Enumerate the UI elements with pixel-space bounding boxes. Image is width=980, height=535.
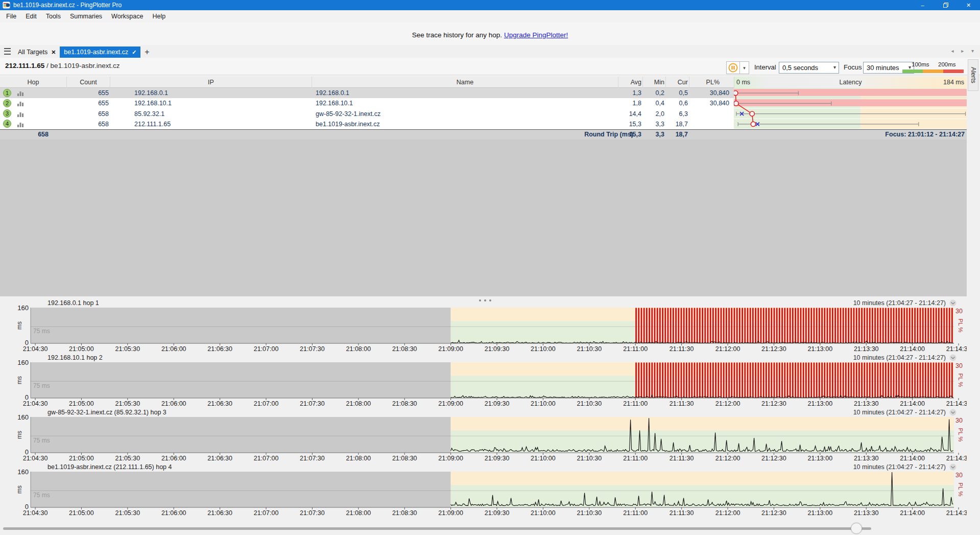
graph-title: be1.1019-asbr.inext.cz (212.111.1.65) ho… xyxy=(47,463,172,471)
time-scrollbar-track[interactable] xyxy=(3,527,871,530)
latency-title: Latency xyxy=(734,77,967,88)
timeline-graph-hop-3[interactable]: 75 ms21:04:3021:05:0021:05:3021:06:0021:… xyxy=(0,409,967,463)
x-tick-label: 21:13:30 xyxy=(854,400,879,407)
x-tick-label: 21:11:00 xyxy=(623,455,648,462)
avg-latency-marker xyxy=(750,111,754,116)
focus-label: Focus xyxy=(844,63,862,71)
y-min-label: 0 xyxy=(25,503,29,510)
minimize-icon: – xyxy=(921,2,924,8)
col-header-name[interactable]: Name xyxy=(312,77,618,88)
x-tick-label: 21:14:00 xyxy=(900,400,925,407)
graph-title: 192.168.10.1 hop 2 xyxy=(47,354,103,361)
x-tick-label: 21:11:00 xyxy=(623,345,648,353)
hamburger-icon[interactable] xyxy=(4,48,11,55)
tab-all-targets[interactable]: All Targets ✕ xyxy=(14,46,60,58)
add-tab-button[interactable]: + xyxy=(140,48,153,58)
pause-options-button[interactable]: ▾ xyxy=(739,61,749,74)
latency-max-label: 184 ms xyxy=(943,77,964,88)
hop-graph-icon[interactable] xyxy=(17,111,25,117)
graph-collapse-chevron-icon[interactable] xyxy=(950,355,957,361)
menu-summaries[interactable]: Summaries xyxy=(65,10,107,22)
x-tick-label: 21:14:00 xyxy=(900,509,925,517)
cell-count: 655 xyxy=(66,88,109,98)
x-tick-label: 21:13:00 xyxy=(808,400,833,407)
x-tick-label: 21:05:00 xyxy=(69,345,94,353)
close-button[interactable]: ✕ xyxy=(957,0,980,10)
x-tick-label: 21:10:00 xyxy=(531,400,556,407)
interval-select[interactable]: 0,5 seconds ▾ xyxy=(779,62,839,74)
x-tick-label: 21:11:00 xyxy=(623,509,648,517)
hop-graph-icon[interactable] xyxy=(17,121,25,127)
upgrade-link[interactable]: Upgrade PingPlotter! xyxy=(504,31,568,39)
menu-help[interactable]: Help xyxy=(148,10,170,22)
tab-active-target[interactable]: be1.1019-asbr.inext.cz ✓ xyxy=(60,46,140,58)
graph-collapse-chevron-icon[interactable] xyxy=(950,300,957,307)
graph-range-label: 10 minutes (21:04:27 - 21:14:27) xyxy=(853,354,946,361)
col-header-pl[interactable]: PL% xyxy=(689,77,720,88)
latency-legend-red xyxy=(943,69,964,73)
timeline-graph-hop-1[interactable]: 75 ms21:04:3021:05:0021:05:3021:06:0021:… xyxy=(0,299,967,354)
target-sep: / xyxy=(44,62,50,69)
alerts-side-tab[interactable]: Alerts xyxy=(968,59,978,91)
col-header-count[interactable]: Count xyxy=(66,77,110,88)
cell-cur: 6,3 xyxy=(665,109,688,119)
minimize-button[interactable]: – xyxy=(911,0,934,10)
graph-range-label: 10 minutes (21:04:27 - 21:14:27) xyxy=(853,409,946,416)
x-tick-label: 21:10:30 xyxy=(577,400,602,407)
x-tick-label: 21:10:30 xyxy=(577,455,602,462)
pause-button[interactable] xyxy=(726,61,740,74)
y-axis-label: ms xyxy=(16,321,23,330)
menu-tools[interactable]: Tools xyxy=(41,10,65,22)
x-tick-label: 21:13:00 xyxy=(808,455,833,462)
x-tick-label: 21:05:00 xyxy=(69,455,94,462)
x-tick-label: 21:07:30 xyxy=(300,400,325,407)
x-tick-label: 21:06:30 xyxy=(207,400,232,407)
x-tick-label: 21:06:00 xyxy=(161,509,186,517)
threshold-label: 75 ms xyxy=(33,328,50,335)
cell-name: 192.168.0.1 xyxy=(316,88,612,98)
target-host: be1.1019-asbr.inext.cz xyxy=(51,62,120,69)
right-axis-label: PL % xyxy=(958,318,964,332)
hop-graph-icon[interactable] xyxy=(17,100,25,106)
tab-all-targets-label: All Targets xyxy=(18,49,47,56)
menu-file[interactable]: File xyxy=(2,10,21,22)
x-tick-label: 21:06:00 xyxy=(161,400,186,407)
col-header-ip[interactable]: IP xyxy=(110,77,312,88)
x-tick-label: 21:14:30 xyxy=(946,509,967,517)
x-tick-label: 21:11:30 xyxy=(670,455,694,462)
maximize-button[interactable] xyxy=(934,0,957,10)
col-header-hop[interactable]: Hop xyxy=(8,77,59,88)
tab-scroll-arrows[interactable]: ◂ ▸ ▾ xyxy=(951,48,977,54)
x-tick-label: 21:04:30 xyxy=(23,400,48,407)
hop-graph-icon[interactable] xyxy=(17,90,25,96)
cell-name: gw-85-92-32-1.inext.cz xyxy=(316,109,612,119)
x-tick-label: 21:09:00 xyxy=(438,400,463,407)
menu-edit[interactable]: Edit xyxy=(21,10,41,22)
x-tick-label: 21:12:30 xyxy=(761,345,786,353)
close-tab-icon[interactable]: ✕ xyxy=(51,49,56,56)
legend-100ms-label: 100ms xyxy=(912,61,929,67)
x-tick-label: 21:07:30 xyxy=(300,455,325,462)
col-header-latency[interactable]: 0 ms Latency 184 ms xyxy=(734,77,967,88)
time-scrollbar-thumb[interactable] xyxy=(851,523,862,534)
col-header-cur[interactable]: Cur xyxy=(665,77,688,88)
graph-collapse-chevron-icon[interactable] xyxy=(950,409,957,416)
timeline-graph-hop-4[interactable]: 75 ms21:04:3021:05:0021:05:3021:06:0021:… xyxy=(0,463,967,518)
x-tick-label: 21:05:30 xyxy=(115,509,140,517)
x-tick-label: 21:07:00 xyxy=(254,509,279,517)
graph-range-label: 10 minutes (21:04:27 - 21:14:27) xyxy=(853,463,946,471)
col-header-avg[interactable]: Avg xyxy=(618,77,641,88)
x-tick-label: 21:04:30 xyxy=(23,509,48,517)
col-header-min[interactable]: Min xyxy=(642,77,664,88)
x-tick-label: 21:09:30 xyxy=(485,345,510,353)
menu-workspace[interactable]: Workspace xyxy=(107,10,148,22)
cell-count: 658 xyxy=(66,109,109,119)
y-max-label: 160 xyxy=(17,468,29,476)
latency-graph-column[interactable] xyxy=(734,88,967,130)
graph-collapse-chevron-icon[interactable] xyxy=(950,464,957,471)
x-tick-label: 21:09:30 xyxy=(485,455,510,462)
timeline-graph-hop-2[interactable]: 75 ms21:04:3021:05:0021:05:3021:06:0021:… xyxy=(0,354,967,408)
cell-avg: 14,4 xyxy=(618,109,641,119)
hop-badge: 1 xyxy=(3,89,11,97)
x-tick-label: 21:08:30 xyxy=(392,345,417,353)
